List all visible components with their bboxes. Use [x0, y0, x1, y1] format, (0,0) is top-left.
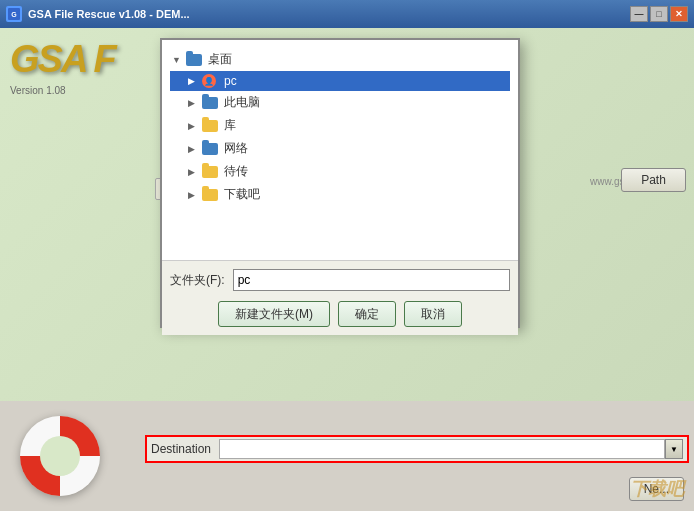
app-icon: G — [6, 6, 22, 22]
tree-arrow-desktop: ▼ — [172, 55, 186, 65]
folder-icon-desktop — [186, 53, 204, 67]
title-bar-left: G GSA File Rescue v1.08 - DEM... — [6, 6, 190, 22]
watermark: 下载吧 — [630, 477, 684, 501]
dialog-buttons: 新建文件夹(M) 确定 取消 — [170, 301, 510, 327]
title-controls: — □ ✕ — [630, 6, 688, 22]
tree-item-library[interactable]: ▶ 库 — [170, 114, 510, 137]
tree-label-desktop: 桌面 — [208, 51, 232, 68]
tree-label-download: 下载吧 — [224, 186, 260, 203]
gsa-logo: GSA F — [10, 38, 150, 81]
maximize-button[interactable]: □ — [650, 6, 668, 22]
tree-label-pending: 待传 — [224, 163, 248, 180]
file-tree: ▼ 桌面 ▶ 👤 pc ▶ 此电脑 — [162, 40, 518, 260]
lifesaver-logo — [20, 416, 100, 496]
folder-icon-computer — [202, 96, 220, 110]
version-text: Version 1.08 — [10, 85, 150, 96]
new-folder-button[interactable]: 新建文件夹(M) — [218, 301, 330, 327]
folder-input-row: 文件夹(F): — [170, 269, 510, 291]
svg-text:G: G — [11, 11, 17, 18]
tree-arrow-library: ▶ — [188, 121, 202, 131]
lifesaver-inner — [40, 436, 80, 476]
tree-arrow-computer: ▶ — [188, 98, 202, 108]
close-button[interactable]: ✕ — [670, 6, 688, 22]
folder-input[interactable] — [233, 269, 510, 291]
folder-icon-download — [202, 188, 220, 202]
tree-item-download[interactable]: ▶ 下载吧 — [170, 183, 510, 206]
tree-item-desktop[interactable]: ▼ 桌面 — [170, 48, 510, 71]
folder-input-label: 文件夹(F): — [170, 272, 225, 289]
cancel-button[interactable]: 取消 — [404, 301, 462, 327]
destination-row: Destination ▼ — [145, 435, 689, 463]
window-title: GSA File Rescue v1.08 - DEM... — [28, 8, 190, 20]
minimize-button[interactable]: — — [630, 6, 648, 22]
folder-icon-pending — [202, 165, 220, 179]
lifesaver-ring — [20, 416, 100, 496]
destination-dropdown[interactable]: ▼ — [665, 439, 683, 459]
tree-item-pending[interactable]: ▶ 待传 — [170, 160, 510, 183]
file-browser-dialog: ▼ 桌面 ▶ 👤 pc ▶ 此电脑 — [160, 38, 520, 328]
confirm-button[interactable]: 确定 — [338, 301, 396, 327]
tree-arrow-pending: ▶ — [188, 167, 202, 177]
tree-label-computer: 此电脑 — [224, 94, 260, 111]
tree-label-library: 库 — [224, 117, 236, 134]
tree-item-pc[interactable]: ▶ 👤 pc — [170, 71, 510, 91]
path-button[interactable]: Path — [621, 168, 686, 192]
title-bar: G GSA File Rescue v1.08 - DEM... — □ ✕ — [0, 0, 694, 28]
dialog-footer: 文件夹(F): 新建文件夹(M) 确定 取消 — [162, 260, 518, 335]
person-icon-pc: 👤 — [202, 74, 220, 88]
tree-arrow-download: ▶ — [188, 190, 202, 200]
folder-icon-library — [202, 119, 220, 133]
destination-label: Destination — [151, 442, 211, 456]
tree-item-computer[interactable]: ▶ 此电脑 — [170, 91, 510, 114]
logo-area: GSA F Version 1.08 — [10, 38, 150, 118]
app-body: GSA F Version 1.08 www.gsa-online.de Fil… — [0, 28, 694, 511]
tree-arrow-pc: ▶ — [188, 76, 202, 86]
folder-icon-network — [202, 142, 220, 156]
destination-input[interactable] — [219, 439, 665, 459]
tree-item-network[interactable]: ▶ 网络 — [170, 137, 510, 160]
bottom-area: Destination ▼ Ne... 下载吧 — [0, 401, 694, 511]
tree-label-network: 网络 — [224, 140, 248, 157]
tree-arrow-network: ▶ — [188, 144, 202, 154]
tree-label-pc: pc — [224, 74, 237, 88]
